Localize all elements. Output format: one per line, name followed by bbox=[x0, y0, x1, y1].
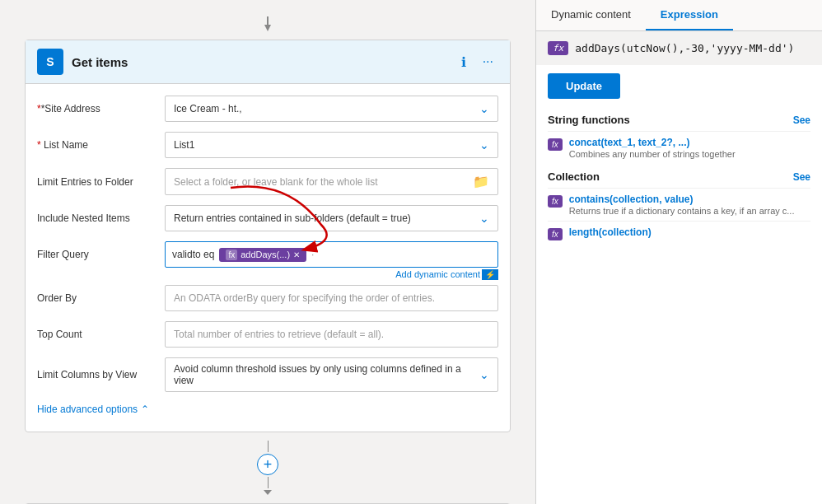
tab-expression[interactable]: Expression bbox=[646, 0, 733, 30]
limit-columns-control[interactable]: Avoid column threshold issues by only us… bbox=[165, 357, 498, 392]
contains-function-info: contains(collection, value) Returns true… bbox=[569, 194, 795, 216]
length-function-info: length(collection) bbox=[569, 226, 652, 238]
add-dynamic-row: Add dynamic content ⚡ bbox=[26, 269, 510, 280]
list-name-label: * List Name bbox=[37, 139, 165, 151]
list-name-control[interactable]: List1 ⌄ bbox=[165, 132, 498, 158]
contains-function-name: contains(collection, value) bbox=[569, 194, 795, 205]
info-button[interactable]: ℹ bbox=[456, 53, 471, 72]
hide-advanced-btn[interactable]: Hide advanced options ⌃ bbox=[26, 397, 510, 425]
site-address-row: **Site Address Ice Cream - ht., ⌄ bbox=[26, 91, 510, 127]
concat-function-info: concat(text_1, text_2?, ...) Combines an… bbox=[569, 137, 736, 159]
connector-line-2 bbox=[268, 477, 269, 488]
add-step-button[interactable]: + bbox=[257, 454, 278, 475]
length-fx-icon: fx bbox=[548, 228, 563, 240]
limit-entries-control[interactable]: Select a folder, or leave blank for the … bbox=[165, 168, 498, 195]
get-items-card: S Get items ℹ ··· **Site Address Ice Cre… bbox=[25, 40, 511, 432]
contains-function-item[interactable]: fx contains(collection, value) Returns t… bbox=[548, 188, 810, 221]
limit-columns-row: Limit Columns by View Avoid column thres… bbox=[26, 352, 510, 397]
collection-section-see[interactable]: See bbox=[793, 171, 810, 183]
string-functions-header: String functions See bbox=[548, 107, 810, 131]
card-title: Get items bbox=[72, 55, 448, 69]
expression-box: fx addDays(utcNow(),-30,'yyyy-MM-dd') bbox=[536, 31, 822, 65]
concat-fx-icon: fx bbox=[548, 138, 563, 151]
dynamic-content-badge: ⚡ bbox=[482, 269, 498, 280]
top-connector bbox=[25, 16, 511, 33]
limit-entries-label: Limit Entries to Folder bbox=[37, 176, 165, 188]
top-count-row: Top Count Total number of entries to ret… bbox=[26, 316, 510, 352]
card-icon: S bbox=[37, 49, 63, 75]
top-count-control[interactable]: Total number of entries to retrieve (def… bbox=[165, 321, 498, 348]
middle-connector: + bbox=[25, 441, 511, 495]
include-nested-row: Include Nested Items Return entries cont… bbox=[26, 200, 510, 236]
string-functions-title: String functions bbox=[548, 114, 630, 126]
card-header: S Get items ℹ ··· bbox=[26, 40, 510, 84]
add-dynamic-content-link[interactable]: Add dynamic content bbox=[395, 269, 480, 280]
fx-badge: fx bbox=[548, 41, 568, 55]
site-address-dropdown-arrow: ⌄ bbox=[479, 102, 489, 115]
site-address-control[interactable]: Ice Cream - ht., ⌄ bbox=[165, 96, 498, 122]
connector-line-1 bbox=[268, 441, 269, 452]
contains-fx-icon: fx bbox=[548, 195, 563, 208]
filter-query-label: Filter Query bbox=[37, 249, 165, 260]
card-actions: ℹ ··· bbox=[456, 53, 498, 72]
order-by-row: Order By An ODATA orderBy query for spec… bbox=[26, 280, 510, 316]
right-panel: Dynamic content Expression fx addDays(ut… bbox=[535, 0, 822, 504]
concat-function-item[interactable]: fx concat(text_1, text_2?, ...) Combines… bbox=[548, 131, 810, 164]
order-by-control[interactable]: An ODATA orderBy query for specifying th… bbox=[165, 285, 498, 311]
filter-query-control[interactable]: validto eq fx addDays(...) ✕ · bbox=[165, 241, 498, 268]
filter-tag-close[interactable]: ✕ bbox=[293, 250, 300, 259]
limit-columns-label: Limit Columns by View bbox=[37, 369, 165, 380]
hide-advanced-chevron: ⌃ bbox=[141, 404, 149, 415]
expression-text[interactable]: addDays(utcNow(),-30,'yyyy-MM-dd') bbox=[575, 42, 810, 54]
collection-section-header: Collection See bbox=[548, 164, 810, 188]
right-tabs: Dynamic content Expression bbox=[536, 0, 822, 31]
string-functions-see[interactable]: See bbox=[793, 114, 810, 126]
svg-marker-1 bbox=[264, 25, 271, 31]
site-address-label: **Site Address bbox=[37, 103, 165, 114]
folder-icon: 📁 bbox=[473, 174, 489, 189]
filter-query-row: Filter Query validto eq fx addDays(...) … bbox=[26, 236, 510, 273]
include-nested-dropdown-arrow: ⌄ bbox=[479, 212, 489, 225]
collection-section-title: Collection bbox=[548, 170, 600, 183]
include-nested-control[interactable]: Return entries contained in sub-folders … bbox=[165, 205, 498, 231]
list-name-dropdown-arrow: ⌄ bbox=[479, 138, 489, 152]
limit-columns-dropdown-arrow: ⌄ bbox=[479, 368, 489, 381]
filter-tag[interactable]: fx addDays(...) ✕ bbox=[219, 248, 306, 262]
order-by-label: Order By bbox=[37, 292, 165, 304]
card-body: **Site Address Ice Cream - ht., ⌄ * List… bbox=[26, 84, 510, 432]
filter-fx-icon: fx bbox=[226, 250, 237, 260]
limit-entries-row: Limit Entries to Folder Select a folder,… bbox=[26, 163, 510, 200]
filter-prefix-text: validto eq bbox=[172, 249, 214, 260]
top-count-label: Top Count bbox=[37, 329, 165, 340]
more-button[interactable]: ··· bbox=[478, 53, 498, 71]
include-nested-label: Include Nested Items bbox=[37, 212, 165, 224]
contains-function-desc: Returns true if a dictionary contains a … bbox=[569, 206, 795, 216]
concat-function-desc: Combines any number of strings together bbox=[569, 149, 736, 159]
update-button[interactable]: Update bbox=[548, 73, 620, 99]
connector-arrow-down bbox=[264, 490, 272, 495]
tab-dynamic-content[interactable]: Dynamic content bbox=[536, 0, 646, 30]
concat-function-name: concat(text_1, text_2?, ...) bbox=[569, 137, 736, 148]
list-name-row: * List Name List1 ⌄ bbox=[26, 127, 510, 163]
functions-section: String functions See fx concat(text_1, t… bbox=[536, 107, 822, 504]
length-function-item[interactable]: fx length(collection) bbox=[548, 221, 810, 245]
filter-ellipsis: · bbox=[311, 249, 314, 260]
length-function-name: length(collection) bbox=[569, 226, 652, 238]
